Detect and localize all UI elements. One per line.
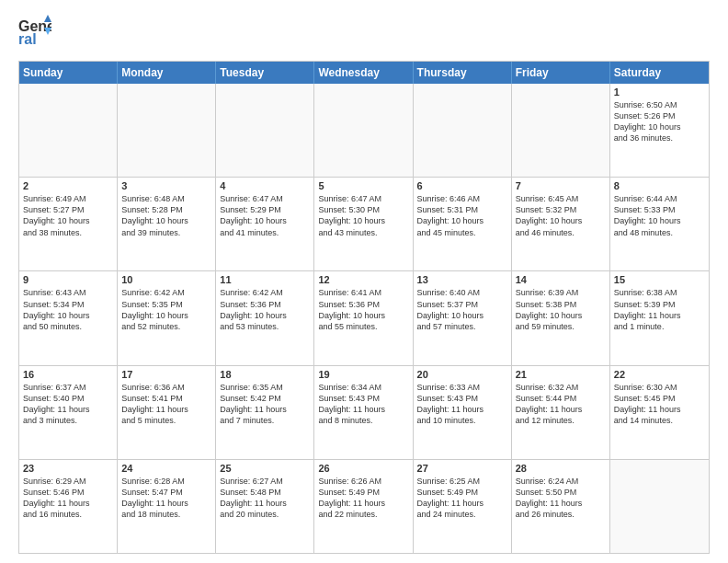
day-cell: 8Sunrise: 6:44 AM Sunset: 5:33 PM Daylig…: [610, 178, 709, 270]
day-cell: 22Sunrise: 6:30 AM Sunset: 5:45 PM Dayli…: [610, 366, 709, 459]
day-info: Sunrise: 6:42 AM Sunset: 5:35 PM Dayligh…: [121, 287, 211, 332]
day-cell: 11Sunrise: 6:42 AM Sunset: 5:36 PM Dayli…: [216, 271, 314, 364]
day-info: Sunrise: 6:28 AM Sunset: 5:47 PM Dayligh…: [121, 476, 211, 521]
day-number: 8: [614, 180, 705, 191]
day-cell: [414, 84, 512, 177]
calendar: SundayMondayTuesdayWednesdayThursdayFrid…: [18, 61, 710, 554]
day-cell: 12Sunrise: 6:41 AM Sunset: 5:36 PM Dayli…: [314, 271, 413, 364]
day-header-sunday: Sunday: [19, 62, 118, 84]
day-cell: 13Sunrise: 6:40 AM Sunset: 5:37 PM Dayli…: [414, 271, 512, 364]
day-number: 19: [318, 369, 408, 380]
day-cell: 6Sunrise: 6:46 AM Sunset: 5:31 PM Daylig…: [414, 178, 512, 270]
day-number: 27: [417, 463, 507, 474]
day-info: Sunrise: 6:50 AM Sunset: 5:26 PM Dayligh…: [614, 99, 705, 144]
day-cell: [314, 84, 413, 177]
day-cell: [118, 84, 216, 177]
day-number: 5: [318, 180, 408, 191]
day-number: 12: [318, 274, 408, 285]
day-cell: 5Sunrise: 6:47 AM Sunset: 5:30 PM Daylig…: [314, 178, 413, 270]
day-cell: 9Sunrise: 6:43 AM Sunset: 5:34 PM Daylig…: [19, 271, 118, 364]
day-number: 6: [417, 180, 507, 191]
day-info: Sunrise: 6:44 AM Sunset: 5:33 PM Dayligh…: [614, 193, 705, 238]
day-info: Sunrise: 6:36 AM Sunset: 5:41 PM Dayligh…: [121, 382, 211, 427]
svg-text:ral: ral: [18, 31, 37, 47]
day-number: 13: [417, 274, 507, 285]
day-cell: 25Sunrise: 6:27 AM Sunset: 5:48 PM Dayli…: [216, 460, 314, 553]
day-number: 26: [318, 463, 408, 474]
day-header-monday: Monday: [118, 62, 216, 84]
day-cell: 27Sunrise: 6:25 AM Sunset: 5:49 PM Dayli…: [414, 460, 512, 553]
day-info: Sunrise: 6:34 AM Sunset: 5:43 PM Dayligh…: [318, 382, 408, 427]
day-cell: 19Sunrise: 6:34 AM Sunset: 5:43 PM Dayli…: [314, 366, 413, 459]
day-info: Sunrise: 6:47 AM Sunset: 5:29 PM Dayligh…: [220, 193, 310, 238]
day-info: Sunrise: 6:42 AM Sunset: 5:36 PM Dayligh…: [220, 287, 310, 332]
day-number: 7: [516, 180, 606, 191]
day-header-saturday: Saturday: [610, 62, 709, 84]
day-number: 18: [220, 369, 310, 380]
day-cell: 24Sunrise: 6:28 AM Sunset: 5:47 PM Dayli…: [118, 460, 216, 553]
day-info: Sunrise: 6:35 AM Sunset: 5:42 PM Dayligh…: [220, 382, 310, 427]
day-info: Sunrise: 6:29 AM Sunset: 5:46 PM Dayligh…: [23, 476, 113, 521]
day-info: Sunrise: 6:30 AM Sunset: 5:45 PM Dayligh…: [614, 382, 705, 427]
week-row-0: 1Sunrise: 6:50 AM Sunset: 5:26 PM Daylig…: [19, 84, 709, 178]
day-number: 1: [614, 86, 705, 98]
day-info: Sunrise: 6:40 AM Sunset: 5:37 PM Dayligh…: [417, 287, 507, 332]
week-row-4: 23Sunrise: 6:29 AM Sunset: 5:46 PM Dayli…: [19, 460, 709, 553]
day-number: 15: [614, 274, 705, 285]
day-number: 11: [220, 274, 310, 285]
day-cell: 28Sunrise: 6:24 AM Sunset: 5:50 PM Dayli…: [512, 460, 610, 553]
day-info: Sunrise: 6:32 AM Sunset: 5:44 PM Dayligh…: [516, 382, 606, 427]
day-number: 10: [121, 274, 211, 285]
day-number: 23: [23, 463, 113, 474]
day-cell: 10Sunrise: 6:42 AM Sunset: 5:35 PM Dayli…: [118, 271, 216, 364]
day-number: 20: [417, 369, 507, 380]
day-cell: [19, 84, 118, 177]
day-number: 17: [121, 369, 211, 380]
day-info: Sunrise: 6:48 AM Sunset: 5:28 PM Dayligh…: [121, 193, 211, 238]
day-info: Sunrise: 6:47 AM Sunset: 5:30 PM Dayligh…: [318, 193, 408, 238]
day-info: Sunrise: 6:27 AM Sunset: 5:48 PM Dayligh…: [220, 476, 310, 521]
week-row-3: 16Sunrise: 6:37 AM Sunset: 5:40 PM Dayli…: [19, 366, 709, 460]
day-info: Sunrise: 6:43 AM Sunset: 5:34 PM Dayligh…: [23, 287, 113, 332]
day-cell: [216, 84, 314, 177]
day-info: Sunrise: 6:25 AM Sunset: 5:49 PM Dayligh…: [417, 476, 507, 521]
day-cell: 3Sunrise: 6:48 AM Sunset: 5:28 PM Daylig…: [118, 178, 216, 270]
day-number: 9: [23, 274, 113, 285]
day-number: 24: [121, 463, 211, 474]
logo: Gene ral: [18, 15, 53, 52]
day-cell: 2Sunrise: 6:49 AM Sunset: 5:27 PM Daylig…: [19, 178, 118, 270]
page: Gene ral SundayMondayTuesdayWednesdayThu…: [0, 0, 728, 563]
day-cell: 17Sunrise: 6:36 AM Sunset: 5:41 PM Dayli…: [118, 366, 216, 459]
day-number: 4: [220, 180, 310, 191]
day-header-thursday: Thursday: [414, 62, 512, 84]
day-info: Sunrise: 6:39 AM Sunset: 5:38 PM Dayligh…: [516, 287, 606, 332]
day-header-friday: Friday: [512, 62, 610, 84]
day-info: Sunrise: 6:46 AM Sunset: 5:31 PM Dayligh…: [417, 193, 507, 238]
weeks: 1Sunrise: 6:50 AM Sunset: 5:26 PM Daylig…: [19, 84, 709, 553]
day-cell: [512, 84, 610, 177]
header: Gene ral: [18, 15, 710, 52]
week-row-2: 9Sunrise: 6:43 AM Sunset: 5:34 PM Daylig…: [19, 271, 709, 365]
day-info: Sunrise: 6:41 AM Sunset: 5:36 PM Dayligh…: [318, 287, 408, 332]
day-cell: 16Sunrise: 6:37 AM Sunset: 5:40 PM Dayli…: [19, 366, 118, 459]
week-row-1: 2Sunrise: 6:49 AM Sunset: 5:27 PM Daylig…: [19, 178, 709, 271]
day-cell: 23Sunrise: 6:29 AM Sunset: 5:46 PM Dayli…: [19, 460, 118, 553]
day-info: Sunrise: 6:37 AM Sunset: 5:40 PM Dayligh…: [23, 382, 113, 427]
day-header-wednesday: Wednesday: [314, 62, 413, 84]
day-info: Sunrise: 6:26 AM Sunset: 5:49 PM Dayligh…: [318, 476, 408, 521]
day-number: 21: [516, 369, 606, 380]
day-number: 25: [220, 463, 310, 474]
day-info: Sunrise: 6:24 AM Sunset: 5:50 PM Dayligh…: [516, 476, 606, 521]
day-number: 3: [121, 180, 211, 191]
day-number: 28: [516, 463, 606, 474]
logo-icon: Gene ral: [18, 15, 51, 48]
day-cell: 14Sunrise: 6:39 AM Sunset: 5:38 PM Dayli…: [512, 271, 610, 364]
day-cell: 7Sunrise: 6:45 AM Sunset: 5:32 PM Daylig…: [512, 178, 610, 270]
day-number: 16: [23, 369, 113, 380]
day-number: 2: [23, 180, 113, 191]
day-header-tuesday: Tuesday: [216, 62, 314, 84]
day-cell: 20Sunrise: 6:33 AM Sunset: 5:43 PM Dayli…: [414, 366, 512, 459]
day-cell: 21Sunrise: 6:32 AM Sunset: 5:44 PM Dayli…: [512, 366, 610, 459]
day-info: Sunrise: 6:33 AM Sunset: 5:43 PM Dayligh…: [417, 382, 507, 427]
day-cell: 26Sunrise: 6:26 AM Sunset: 5:49 PM Dayli…: [314, 460, 413, 553]
